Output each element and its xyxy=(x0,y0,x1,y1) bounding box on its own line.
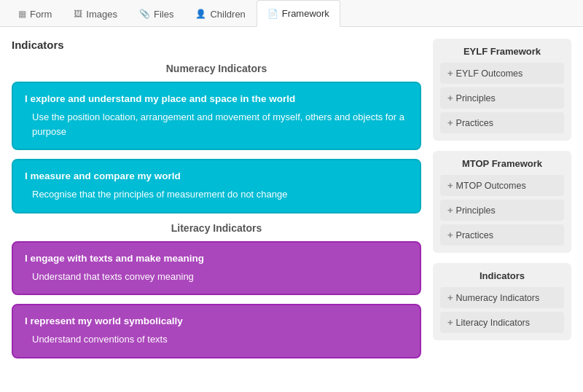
literacy-section-title: Literacy Indicators xyxy=(12,222,421,234)
literacy-card-0[interactable]: I engage with texts and make meaning Und… xyxy=(12,241,421,296)
plus-icon: + xyxy=(447,317,453,328)
tab-files[interactable]: 📎 Files xyxy=(128,1,184,27)
eylf-principles-label: Principles xyxy=(456,93,496,103)
numeracy-card-0[interactable]: I explore and understand my place and sp… xyxy=(12,82,421,150)
mtop-practices-label: Practices xyxy=(456,230,493,240)
images-icon: 🖼 xyxy=(74,9,82,19)
plus-icon: + xyxy=(447,117,453,128)
numeracy-card-1[interactable]: I measure and compare my world Recognise… xyxy=(12,159,421,213)
eylf-section: EYLF Framework + EYLF Outcomes + Princip… xyxy=(433,39,571,141)
plus-icon: + xyxy=(447,230,453,240)
content-area: Indicators Numeracy Indicators I explore… xyxy=(12,39,421,367)
children-icon: 👤 xyxy=(195,9,206,19)
tab-bar: ▦ Form 🖼 Images 📎 Files 👤 Children 📄 Fra… xyxy=(0,0,583,27)
eylf-outcomes-item[interactable]: + EYLF Outcomes xyxy=(440,63,564,84)
tab-children-label: Children xyxy=(210,9,245,20)
mtop-outcomes-label: MTOP Outcomes xyxy=(456,181,526,191)
mtop-principles-item[interactable]: + Principles xyxy=(440,200,564,221)
tab-images-label: Images xyxy=(86,9,117,20)
tab-framework[interactable]: 📄 Framework xyxy=(257,0,340,27)
form-icon: ▦ xyxy=(18,9,26,19)
literacy-card-1-desc: Understand conventions of texts xyxy=(25,332,408,347)
framework-icon: 📄 xyxy=(267,9,278,19)
numeracy-indicators-label: Numeracy Indicators xyxy=(456,293,540,303)
page-title: Indicators xyxy=(12,39,421,51)
mtop-title: MTOP Framework xyxy=(440,158,564,169)
numeracy-indicators-item[interactable]: + Numeracy Indicators xyxy=(440,287,564,308)
numeracy-card-1-title: I measure and compare my world xyxy=(25,170,408,181)
plus-icon: + xyxy=(447,93,453,103)
indicators-section: Indicators + Numeracy Indicators + Liter… xyxy=(433,263,571,340)
tab-form-label: Form xyxy=(30,9,52,20)
tab-framework-label: Framework xyxy=(282,8,329,19)
plus-icon: + xyxy=(447,205,453,216)
numeracy-card-0-title: I explore and understand my place and sp… xyxy=(25,93,408,104)
plus-icon: + xyxy=(447,180,453,191)
eylf-practices-item[interactable]: + Practices xyxy=(440,112,564,133)
mtop-principles-label: Principles xyxy=(456,205,496,216)
tab-form[interactable]: ▦ Form xyxy=(7,1,63,27)
literacy-card-1-title: I represent my world symbolically xyxy=(25,315,408,326)
sidebar: EYLF Framework + EYLF Outcomes + Princip… xyxy=(433,39,571,367)
literacy-card-1[interactable]: I represent my world symbolically Unders… xyxy=(12,304,421,358)
tab-images[interactable]: 🖼 Images xyxy=(63,1,128,27)
files-icon: 📎 xyxy=(139,9,150,19)
mtop-practices-item[interactable]: + Practices xyxy=(440,224,564,246)
literacy-indicators-label: Literacy Indicators xyxy=(456,318,530,328)
mtop-section: MTOP Framework + MTOP Outcomes + Princip… xyxy=(433,151,571,253)
indicators-title: Indicators xyxy=(440,270,564,281)
eylf-title: EYLF Framework xyxy=(440,46,564,57)
eylf-outcomes-label: EYLF Outcomes xyxy=(456,68,523,79)
numeracy-card-1-desc: Recognise that the principles of measure… xyxy=(25,187,408,202)
main-layout: Indicators Numeracy Indicators I explore… xyxy=(0,27,583,379)
plus-icon: + xyxy=(447,292,453,303)
numeracy-card-0-desc: Use the position location, arrangement a… xyxy=(25,110,408,138)
plus-icon: + xyxy=(447,68,453,79)
literacy-card-0-desc: Understand that texts convey meaning xyxy=(25,270,408,284)
literacy-card-0-title: I engage with texts and make meaning xyxy=(25,253,408,264)
numeracy-section-title: Numeracy Indicators xyxy=(12,63,421,74)
eylf-practices-label: Practices xyxy=(456,118,493,128)
tab-files-label: Files xyxy=(154,9,173,20)
literacy-indicators-item[interactable]: + Literacy Indicators xyxy=(440,312,564,333)
mtop-outcomes-item[interactable]: + MTOP Outcomes xyxy=(440,175,564,196)
tab-children[interactable]: 👤 Children xyxy=(184,1,256,27)
eylf-principles-item[interactable]: + Principles xyxy=(440,87,564,109)
